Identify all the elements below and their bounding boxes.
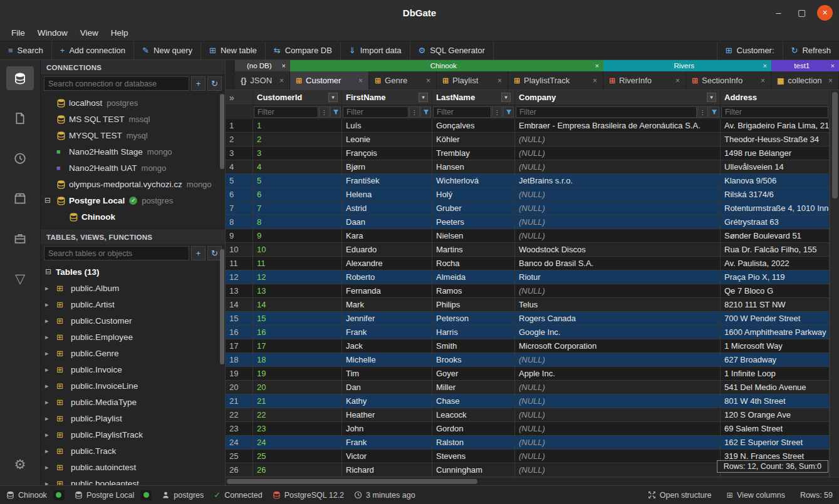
table-public-album[interactable]: ▸ ⊞ public.Album — [41, 280, 225, 296]
statusbar-refresh-time[interactable]: 3 minutes ago — [354, 491, 415, 500]
cell-customerid[interactable]: 4 — [253, 160, 342, 174]
table-row[interactable]: 14 14 Mark Philips Telus 8210 111 ST NW — [226, 298, 839, 312]
horizontal-scrollbar-thumb[interactable] — [227, 479, 477, 484]
cell-lastname[interactable]: Goyer — [432, 367, 515, 381]
vertical-scrollbar[interactable] — [830, 90, 839, 477]
close-tab-icon[interactable]: × — [593, 76, 597, 85]
cell-firstname[interactable]: Leonie — [342, 133, 432, 147]
close-icon[interactable]: × — [831, 62, 835, 69]
cell-firstname[interactable]: Mark — [342, 298, 432, 312]
cell-address[interactable]: 801 W 4th Street — [721, 394, 830, 408]
column-header-address[interactable]: Address — [721, 90, 830, 105]
toolbar-refresh-button[interactable]: ↻ Refresh — [783, 41, 839, 59]
add-table-icon[interactable]: + — [191, 246, 206, 260]
cell-firstname[interactable]: František — [342, 174, 432, 188]
cell-address[interactable]: Rilská 3174/6 — [721, 188, 830, 202]
cell-lastname[interactable]: Brooks — [432, 353, 515, 367]
close-icon[interactable]: × — [595, 62, 599, 69]
cell-company[interactable]: Banco do Brasil S.A. — [515, 257, 721, 270]
cell-customerid[interactable]: 16 — [253, 326, 342, 339]
cell-firstname[interactable]: Bjørn — [342, 160, 432, 174]
cell-lastname[interactable]: Leacock — [432, 408, 515, 422]
cell-address[interactable]: Sønder Boulevard 51 — [721, 229, 830, 243]
cell-company[interactable]: Embraer - Empresa Brasileira de Aeronáut… — [515, 119, 721, 133]
cell-lastname[interactable]: Philips — [432, 298, 515, 312]
column-header-customerid[interactable]: CustomerId ▾ — [253, 90, 342, 105]
cell-customerid[interactable]: 14 — [253, 298, 342, 312]
table-row[interactable]: 3 3 François Tremblay (NULL) 1498 rue Bé… — [226, 147, 839, 160]
toolbar-customer-button[interactable]: ⊞ Customer: — [717, 41, 783, 59]
table-public-autoinctest[interactable]: ▸ ⊞ public.autoinctest — [41, 459, 225, 475]
activity-plugins[interactable] — [6, 227, 34, 250]
cell-customerid[interactable]: 24 — [253, 436, 342, 450]
cell-company[interactable]: (NULL) — [515, 284, 721, 298]
menu-window[interactable]: Window — [31, 27, 74, 39]
table-row[interactable]: 20 20 Dan Miller (NULL) 541 Del Medio Av… — [226, 381, 839, 394]
close-tab-icon[interactable]: × — [498, 76, 502, 85]
cell-company[interactable]: (NULL) — [515, 188, 721, 202]
vertical-scrollbar-thumb[interactable] — [832, 92, 838, 198]
filter-input-lastname[interactable] — [433, 106, 491, 118]
cell-firstname[interactable]: Roberto — [342, 270, 432, 284]
tab-group-chinook[interactable]: Chinook × — [290, 60, 603, 71]
statusbar-database[interactable]: Chinook — [6, 491, 47, 500]
cell-customerid[interactable]: 23 — [253, 422, 342, 436]
toolbar-new-query-button[interactable]: ✎ New query — [134, 41, 201, 59]
cell-address[interactable]: 541 Del Medio Avenue — [721, 381, 830, 394]
cell-lastname[interactable]: Stevens — [432, 450, 515, 463]
connection-nano2health-uat[interactable]: ■ Nano2Health UAT mongo — [41, 160, 225, 176]
cell-address[interactable]: 1 Microsoft Way — [721, 339, 830, 353]
close-tab-icon[interactable]: × — [761, 76, 765, 85]
activity-cell-data[interactable]: ▽ — [6, 267, 34, 291]
cell-customerid[interactable]: 22 — [253, 408, 342, 422]
database-chinook[interactable]: Chinook — [41, 208, 225, 225]
cell-lastname[interactable]: Gonçalves — [432, 119, 515, 133]
maximize-icon[interactable]: ▢ — [794, 5, 810, 21]
filter-input-customerid[interactable] — [254, 106, 318, 118]
tables-scrollbar[interactable] — [220, 249, 224, 364]
filter-menu-icon[interactable]: ⋮ — [492, 106, 503, 118]
tab-group-no-db[interactable]: (no DB) × — [235, 60, 290, 71]
table-row[interactable]: 17 17 Jack Smith Microsoft Corporation 1… — [226, 339, 839, 353]
cell-firstname[interactable]: Jack — [342, 339, 432, 353]
cell-customerid[interactable]: 20 — [253, 381, 342, 394]
cell-firstname[interactable]: François — [342, 147, 432, 160]
cell-address[interactable]: Rua Dr. Falcão Filho, 155 — [721, 243, 830, 257]
cell-lastname[interactable]: Cunningham — [432, 463, 515, 477]
cell-firstname[interactable]: Dan — [342, 381, 432, 394]
close-tab-icon[interactable]: × — [426, 76, 430, 85]
connection-mysql-test[interactable]: MYSQL TEST mysql — [41, 127, 225, 143]
cell-address[interactable]: 69 Salem Street — [721, 422, 830, 436]
filter-menu-icon[interactable]: ⋮ — [319, 106, 330, 118]
activity-settings[interactable]: ⚙ — [6, 453, 34, 476]
cell-firstname[interactable]: Daan — [342, 215, 432, 229]
table-row[interactable]: 21 21 Kathy Chase (NULL) 801 W 4th Stree… — [226, 394, 839, 408]
cell-lastname[interactable]: Miller — [432, 381, 515, 394]
cell-company[interactable]: Apple Inc. — [515, 367, 721, 381]
collapse-icon[interactable]: ⊟ — [44, 196, 56, 205]
close-icon[interactable]: × — [282, 62, 286, 69]
cell-lastname[interactable]: Peeters — [432, 215, 515, 229]
table-public-track[interactable]: ▸ ⊞ public.Track — [41, 443, 225, 459]
table-row[interactable]: 23 23 John Gordon (NULL) 69 Salem Street — [226, 422, 839, 436]
table-public-playlist[interactable]: ▸ ⊞ public.Playlist — [41, 410, 225, 426]
cell-company[interactable]: JetBrains s.r.o. — [515, 174, 721, 188]
filter-funnel-icon[interactable] — [503, 106, 514, 118]
cell-customerid[interactable]: 2 — [253, 133, 342, 147]
minimize-icon[interactable]: – — [771, 5, 786, 21]
cell-company[interactable]: (NULL) — [515, 408, 721, 422]
tab-genre[interactable]: ⊞ Genre × — [369, 71, 437, 90]
table-row[interactable]: 9 9 Kara Nielsen (NULL) Sønder Boulevard… — [226, 229, 839, 243]
table-row[interactable]: 1 1 Luís Gonçalves Embraer - Empresa Bra… — [226, 119, 839, 133]
table-row[interactable]: 13 13 Fernanda Ramos (NULL) Qe 7 Bloco G — [226, 284, 839, 298]
cell-customerid[interactable]: 1 — [253, 119, 342, 133]
filter-funnel-icon[interactable] — [330, 106, 341, 118]
column-header-company[interactable]: Company ▾ — [515, 90, 721, 105]
cell-address[interactable]: 120 S Orange Ave — [721, 408, 830, 422]
close-icon[interactable]: × — [817, 5, 833, 21]
tab-playlisttrack[interactable]: ⊞ PlaylistTrack × — [508, 71, 603, 90]
close-tab-icon[interactable]: × — [358, 76, 363, 85]
toolbar-sql-generator-button[interactable]: ⚙ SQL Generator — [410, 41, 494, 59]
column-header-firstname[interactable]: FirstName ▾ — [342, 90, 432, 105]
cell-address[interactable]: 1 Infinite Loop — [721, 367, 830, 381]
